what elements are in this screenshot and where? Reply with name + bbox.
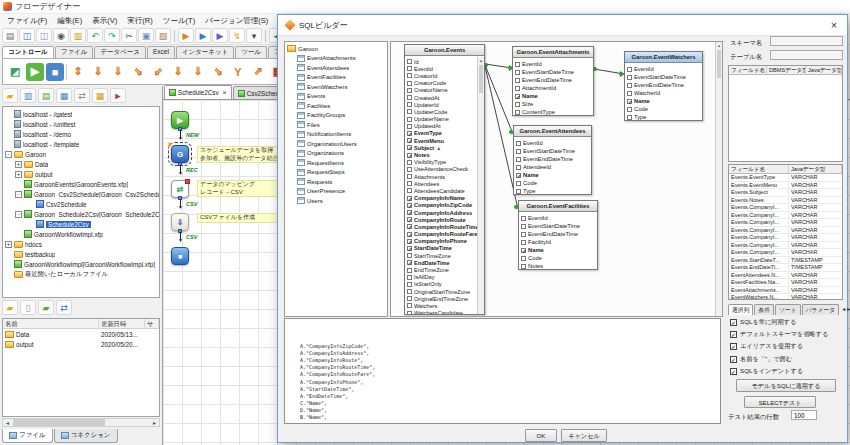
field-checkbox[interactable] bbox=[407, 117, 412, 122]
field-checkbox[interactable] bbox=[407, 253, 412, 258]
field-row[interactable]: Code bbox=[516, 179, 590, 187]
end-node[interactable]: ■ bbox=[171, 247, 189, 265]
toolbar-icon[interactable]: ↯ bbox=[229, 28, 245, 43]
field-row[interactable]: EndTimeZone bbox=[407, 266, 483, 273]
tab-parameters[interactable]: パラメータ bbox=[802, 304, 840, 315]
field-checkbox[interactable] bbox=[407, 109, 412, 114]
flow-connector[interactable]: ▼ CSV bbox=[176, 230, 210, 245]
field-checkbox[interactable] bbox=[627, 115, 632, 120]
option-row[interactable]: エイリアスを使用する bbox=[730, 341, 846, 353]
field-checkbox[interactable] bbox=[515, 78, 520, 83]
field-checkbox[interactable] bbox=[521, 240, 526, 245]
field-checkbox[interactable] bbox=[515, 102, 520, 107]
field-row[interactable]: CreatorCode bbox=[407, 80, 483, 87]
tree-table-item[interactable]: Facilities bbox=[287, 101, 385, 111]
field-row[interactable]: EventEndDateTime bbox=[521, 230, 596, 238]
field-checkbox[interactable] bbox=[516, 181, 521, 186]
selected-column-row[interactable]: Events.EventMenu VARCHAR bbox=[729, 182, 842, 190]
field-row[interactable]: Watchers bbox=[407, 302, 483, 309]
field-row[interactable]: Attendees bbox=[407, 180, 483, 187]
field-checkbox[interactable] bbox=[407, 217, 412, 222]
selected-column-row[interactable]: Events.EndDateTi... TIMESTAMP bbox=[729, 264, 842, 272]
field-row[interactable]: CompanyInfoAddress bbox=[407, 209, 483, 216]
field-row[interactable]: CreatorName bbox=[407, 87, 483, 94]
tree-item[interactable]: - Garoon_Csv2Schedule[Garoon_Csv2Schedul… bbox=[3, 189, 159, 199]
option-checkbox[interactable] bbox=[730, 343, 737, 350]
field-checkbox[interactable] bbox=[407, 224, 412, 229]
field-checkbox[interactable] bbox=[627, 75, 632, 80]
selected-column-row[interactable]: EventAttachments... VARCHAR bbox=[729, 287, 842, 295]
tree-table-item[interactable]: EventAttachments bbox=[287, 54, 385, 64]
field-row[interactable]: CreatorId bbox=[407, 72, 483, 79]
field-checkbox[interactable] bbox=[407, 138, 412, 143]
field-checkbox[interactable] bbox=[407, 260, 412, 265]
field-row[interactable]: Code bbox=[627, 105, 701, 113]
field-row[interactable]: Subject ▲ bbox=[407, 144, 483, 151]
field-checkbox[interactable] bbox=[627, 107, 632, 112]
tab-sort[interactable]: ソート bbox=[775, 304, 801, 315]
field-checkbox[interactable] bbox=[407, 59, 412, 64]
attendees-table[interactable]: Garoon.EventAttendees EventId EventStart… bbox=[513, 125, 592, 195]
field-row[interactable]: CreatedAt bbox=[407, 94, 483, 101]
file-row[interactable]: Data 2020/05/13... bbox=[3, 329, 159, 339]
tab-selected-columns[interactable]: 選択列 bbox=[728, 304, 753, 315]
field-checkbox[interactable] bbox=[515, 70, 520, 75]
palette-icon[interactable]: ⇓ bbox=[189, 63, 207, 81]
tree-expander[interactable]: - bbox=[5, 151, 12, 158]
field-checkbox[interactable] bbox=[521, 216, 526, 221]
field-row[interactable]: OriginalStartTimeZone bbox=[407, 288, 483, 295]
field-row[interactable]: EventEndDateTime bbox=[515, 76, 592, 84]
field-checkbox[interactable] bbox=[407, 289, 412, 294]
field-row[interactable]: Notes bbox=[407, 151, 483, 158]
cancel-button[interactable]: キャンセル bbox=[561, 429, 607, 442]
tree-item[interactable]: 最近開いたローカルファイル bbox=[3, 269, 159, 279]
palette-tab[interactable]: ファイル bbox=[55, 46, 94, 58]
project-toolbar-icon[interactable]: ▦ bbox=[56, 88, 72, 103]
column-field-name[interactable]: フィールド名 bbox=[729, 165, 789, 173]
attachments-table-header[interactable]: Garoon.EventAttachments bbox=[513, 47, 593, 58]
tree-item[interactable]: localhost - /template bbox=[3, 139, 159, 149]
attendees-table-header[interactable]: Garoon.EventAttendees bbox=[514, 126, 591, 137]
project-toolbar-icon[interactable]: ▤ bbox=[38, 88, 54, 103]
toolbar-icon[interactable]: ◫ bbox=[19, 28, 35, 43]
selected-column-row[interactable]: Events.StartDateT... TIMESTAMP bbox=[729, 257, 842, 265]
menu-item[interactable]: 実行(R) bbox=[122, 15, 157, 27]
toolbar-icon[interactable]: ✂ bbox=[121, 28, 137, 43]
project-toolbar-icon[interactable]: ▰ bbox=[2, 88, 18, 103]
column-size[interactable]: サ bbox=[145, 319, 159, 328]
palette-tab[interactable]: データベース bbox=[94, 46, 146, 58]
option-row[interactable]: SQLを常に同期する bbox=[730, 316, 846, 328]
diagram-scrollbar[interactable] bbox=[715, 42, 722, 316]
tree-table-item[interactable]: NotificationItems bbox=[287, 130, 385, 140]
tree-table-item[interactable]: Requests bbox=[287, 177, 385, 187]
selected-column-row[interactable]: Events.Subject VARCHAR bbox=[729, 189, 842, 197]
tree-table-item[interactable]: RequestItems bbox=[287, 158, 385, 168]
field-checkbox[interactable] bbox=[521, 264, 526, 269]
column-java-type[interactable]: Javaデータ型 bbox=[789, 165, 842, 173]
flow-connector[interactable]: ▼ NEW bbox=[176, 128, 210, 143]
field-row[interactable]: ContentType bbox=[515, 108, 592, 116]
column-name[interactable]: 名前 bbox=[3, 319, 99, 328]
field-checkbox[interactable] bbox=[515, 94, 520, 99]
field-checkbox[interactable] bbox=[407, 282, 412, 287]
option-row[interactable]: 名前を「"」で囲む bbox=[730, 353, 846, 365]
selected-column-row[interactable]: EventWatchers.N... VARCHAR bbox=[729, 294, 842, 300]
field-checkbox[interactable] bbox=[516, 173, 521, 178]
tree-item[interactable]: - Garoon_Schedule2Csv[Garoon_Schedule2Cs… bbox=[3, 209, 159, 219]
menu-item[interactable]: ツール(T) bbox=[158, 15, 200, 27]
field-checkbox[interactable] bbox=[407, 95, 412, 100]
palette-icon[interactable]: ⇙ bbox=[149, 63, 167, 81]
tree-table-item[interactable]: Users bbox=[287, 196, 385, 206]
field-checkbox[interactable] bbox=[521, 224, 526, 229]
palette-icon[interactable] bbox=[66, 64, 67, 80]
field-row[interactable]: EventId bbox=[516, 139, 590, 147]
field-checkbox[interactable] bbox=[407, 145, 412, 150]
column-java-type[interactable]: Javaデータ型 bbox=[806, 66, 842, 74]
field-row[interactable]: CompanyInfoRouteTime bbox=[407, 223, 483, 230]
file-row[interactable]: output 2020/05/20... bbox=[3, 339, 159, 349]
selected-column-row[interactable]: Events.CompanyI... VARCHAR bbox=[729, 227, 842, 235]
tree-item[interactable]: testbackup bbox=[3, 249, 159, 259]
field-checkbox[interactable] bbox=[407, 196, 412, 201]
events-table-header[interactable]: Garoon.Events bbox=[405, 45, 484, 56]
selected-column-row[interactable]: EventAttendees.N... VARCHAR bbox=[729, 272, 842, 280]
